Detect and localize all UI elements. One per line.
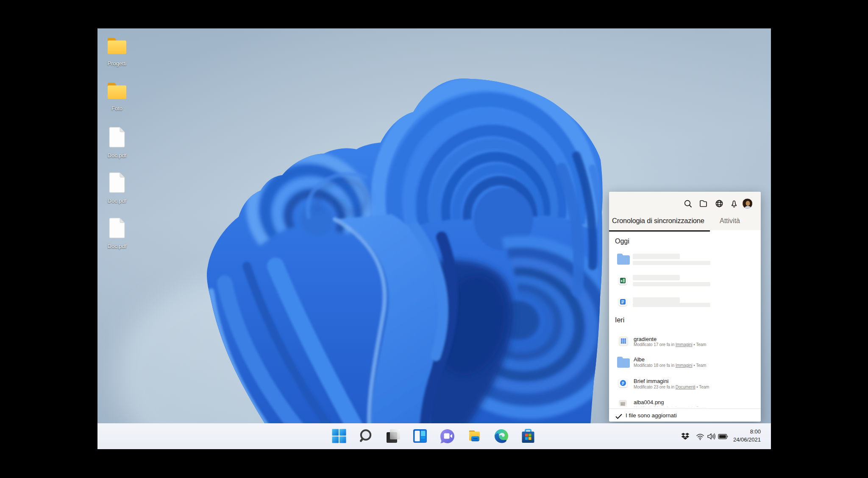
svg-text:x: x	[620, 279, 623, 283]
